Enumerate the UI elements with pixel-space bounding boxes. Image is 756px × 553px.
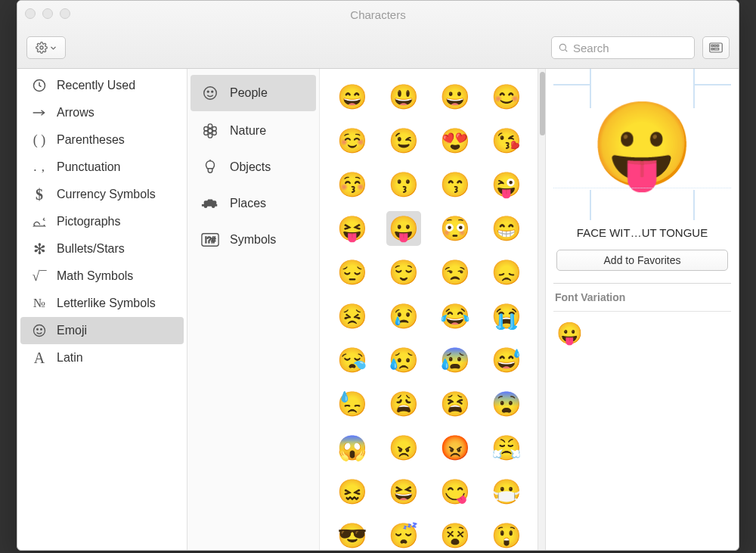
titlebar: Characters bbox=[17, 1, 739, 69]
emoji-cell[interactable]: 😙 bbox=[438, 167, 472, 202]
category-item-people[interactable]: People bbox=[191, 75, 316, 111]
window-title: Characters bbox=[17, 8, 739, 21]
emoji-cell[interactable]: 😱 bbox=[335, 430, 370, 465]
objects-icon bbox=[201, 158, 219, 176]
action-menu-button[interactable] bbox=[26, 36, 66, 59]
emoji-cell[interactable]: 😌 bbox=[386, 255, 421, 290]
latin-icon: A bbox=[31, 350, 48, 366]
sidebar-item-recently-used[interactable]: Recently Used bbox=[17, 72, 187, 99]
emoji-category-column: People Nature Objects Places !?# Symbols bbox=[187, 69, 320, 550]
sidebar-item-label: Recently Used bbox=[57, 79, 135, 92]
emoji-cell[interactable]: 😃 bbox=[386, 79, 421, 114]
preview-glyph: 😛 bbox=[590, 103, 694, 186]
svg-point-18 bbox=[212, 131, 217, 135]
category-sidebar: Recently Used Arrows ( ) Parentheses . ,… bbox=[17, 69, 187, 550]
emoji-cell[interactable]: 😄 bbox=[335, 79, 370, 114]
emoji-cell[interactable]: 😆 bbox=[386, 474, 421, 509]
emoji-cell[interactable]: 😥 bbox=[386, 343, 421, 377]
emoji-cell[interactable]: 😚 bbox=[335, 167, 370, 202]
font-variation-swatch[interactable]: 😛 bbox=[553, 321, 731, 346]
nature-icon bbox=[201, 122, 219, 140]
search-field[interactable] bbox=[551, 36, 695, 59]
category-item-label: Places bbox=[230, 197, 266, 210]
svg-point-12 bbox=[204, 87, 217, 100]
emoji-cell[interactable]: 😠 bbox=[386, 430, 421, 465]
emoji-cell[interactable]: 😔 bbox=[335, 255, 370, 290]
svg-point-20 bbox=[204, 131, 209, 135]
sidebar-item-arrows[interactable]: Arrows bbox=[17, 99, 187, 126]
svg-point-17 bbox=[212, 127, 217, 132]
emoji-cell[interactable]: 😀 bbox=[438, 79, 472, 114]
emoji-cell[interactable]: 😵 bbox=[438, 518, 472, 550]
emoji-cell[interactable]: 😜 bbox=[489, 167, 524, 202]
emoji-cell[interactable]: 😳 bbox=[438, 211, 472, 246]
emoji-grid[interactable]: 😄😃😀😊☺️😉😍😘😚😗😙😜😝😛😳😁😔😌😒😞😣😢😂😭😪😥😰😅😓😩😫😨😱😠😡😤😖😆😋… bbox=[320, 69, 538, 550]
sidebar-item-punctuation[interactable]: . , Punctuation bbox=[17, 154, 187, 181]
emoji-cell[interactable]: 😎 bbox=[335, 518, 370, 550]
category-item-label: Symbols bbox=[230, 233, 276, 247]
sidebar-item-label: Parentheses bbox=[57, 133, 125, 147]
compact-view-button[interactable] bbox=[702, 36, 730, 59]
emoji-cell[interactable]: 😢 bbox=[386, 299, 421, 334]
sidebar-item-currency[interactable]: $ Currency Symbols bbox=[17, 181, 187, 208]
svg-point-10 bbox=[37, 329, 39, 331]
emoji-icon bbox=[31, 322, 48, 339]
punctuation-icon: . , bbox=[31, 159, 48, 176]
emoji-cell[interactable]: 😅 bbox=[489, 343, 524, 377]
emoji-cell[interactable]: 😊 bbox=[489, 79, 524, 114]
emoji-cell[interactable]: 😷 bbox=[489, 474, 524, 509]
sidebar-item-label: Currency Symbols bbox=[57, 188, 156, 201]
category-item-symbols[interactable]: !?# Symbols bbox=[187, 222, 319, 258]
arrow-right-icon bbox=[31, 104, 48, 121]
emoji-cell[interactable]: 😒 bbox=[438, 255, 472, 290]
sidebar-item-label: Punctuation bbox=[57, 160, 121, 174]
sidebar-item-bullets-stars[interactable]: ✻ Bullets/Stars bbox=[17, 235, 187, 263]
sidebar-item-letterlike[interactable]: № Letterlike Symbols bbox=[17, 290, 187, 317]
emoji-cell[interactable]: 😖 bbox=[335, 474, 370, 509]
emoji-cell[interactable]: 😴 bbox=[386, 518, 421, 550]
emoji-cell[interactable]: 😪 bbox=[335, 343, 370, 377]
detail-pane: 😛 FACE WIT…UT TONGUE Add to Favorites Fo… bbox=[545, 69, 739, 550]
emoji-cell[interactable]: 😗 bbox=[386, 167, 421, 202]
emoji-cell[interactable]: 😍 bbox=[438, 123, 472, 158]
emoji-cell[interactable]: 😲 bbox=[489, 518, 524, 550]
emoji-cell[interactable]: 😋 bbox=[438, 474, 472, 509]
emoji-cell[interactable]: 😓 bbox=[335, 387, 370, 421]
emoji-cell[interactable]: 😂 bbox=[438, 299, 472, 334]
scrollbar-thumb[interactable] bbox=[540, 72, 545, 135]
sidebar-item-latin[interactable]: A Latin bbox=[17, 344, 187, 371]
sidebar-item-label: Math Symbols bbox=[57, 269, 133, 283]
emoji-cell[interactable]: 😡 bbox=[438, 430, 472, 465]
font-variation-section: Font Variation 😛 bbox=[553, 283, 731, 346]
emoji-cell[interactable]: 😘 bbox=[489, 123, 524, 158]
category-item-places[interactable]: Places bbox=[187, 185, 319, 222]
svg-rect-5 bbox=[717, 45, 719, 46]
scrollbar[interactable] bbox=[538, 69, 545, 550]
emoji-cell[interactable]: 😝 bbox=[335, 211, 370, 246]
emoji-cell[interactable]: 😤 bbox=[489, 430, 524, 465]
svg-rect-3 bbox=[711, 45, 713, 46]
sidebar-item-pictographs[interactable]: Pictographs bbox=[17, 208, 187, 235]
emoji-cell[interactable]: 😣 bbox=[335, 299, 370, 334]
emoji-cell[interactable]: 😩 bbox=[386, 387, 421, 421]
emoji-cell[interactable]: 😰 bbox=[438, 343, 472, 377]
svg-point-9 bbox=[34, 325, 45, 337]
emoji-cell[interactable]: 😨 bbox=[489, 387, 524, 421]
emoji-cell[interactable]: 😞 bbox=[489, 255, 524, 290]
svg-point-16 bbox=[208, 124, 212, 129]
category-item-nature[interactable]: Nature bbox=[187, 113, 319, 149]
sidebar-item-math[interactable]: √¯ Math Symbols bbox=[17, 263, 187, 290]
svg-point-21 bbox=[204, 127, 209, 132]
emoji-cell[interactable]: 😁 bbox=[489, 211, 524, 246]
svg-point-13 bbox=[207, 91, 209, 92]
emoji-cell[interactable]: 😭 bbox=[489, 299, 524, 334]
category-item-objects[interactable]: Objects bbox=[187, 149, 319, 185]
emoji-cell[interactable]: ☺️ bbox=[335, 123, 370, 158]
emoji-cell[interactable]: 😫 bbox=[438, 387, 472, 421]
sidebar-item-parentheses[interactable]: ( ) Parentheses bbox=[17, 126, 187, 154]
emoji-cell[interactable]: 😉 bbox=[386, 123, 421, 158]
emoji-cell[interactable]: 😛 bbox=[386, 211, 421, 246]
add-to-favorites-button[interactable]: Add to Favorites bbox=[556, 250, 728, 271]
sidebar-item-emoji[interactable]: Emoji bbox=[20, 317, 184, 344]
search-input[interactable] bbox=[573, 42, 688, 54]
